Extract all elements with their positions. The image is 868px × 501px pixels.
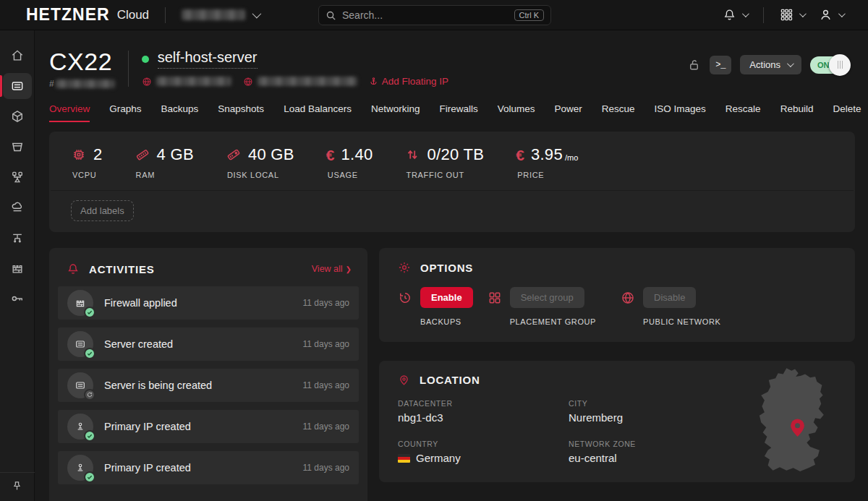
labels-row: Add labels [49, 191, 855, 232]
primary-ip-icon [75, 462, 86, 474]
placement-group-icon [488, 291, 502, 305]
grid-icon [780, 8, 793, 22]
enable-backups-button[interactable]: Enable [420, 287, 473, 308]
add-floating-ip-label: Add Floating IP [382, 76, 448, 87]
traffic-arrows-icon [404, 147, 420, 163]
view-all-link[interactable]: View all ❯ [312, 264, 352, 274]
stat-label: PRICE [517, 171, 578, 179]
location-pin-icon [398, 374, 410, 386]
floating-ip-cloud-icon [10, 200, 25, 215]
search-shortcut-badge: Ctrl K [514, 9, 545, 21]
search-input[interactable] [342, 9, 514, 21]
sidebar-item-servers[interactable] [0, 71, 35, 101]
tab-power[interactable]: Power [555, 103, 582, 122]
server-icon [75, 338, 86, 350]
tab-rescue[interactable]: Rescue [602, 103, 635, 122]
activities-list: Firewall applied 11 days ago Server crea… [58, 286, 359, 484]
unlock-button[interactable] [687, 58, 701, 72]
activity-row[interactable]: Server is being created 11 days ago [58, 369, 359, 402]
tab-rebuild[interactable]: Rebuild [780, 103, 814, 122]
sidebar-item-firewalls[interactable] [0, 253, 35, 283]
add-labels-button[interactable]: Add labels [71, 200, 134, 221]
location-title: LOCATION [420, 374, 480, 386]
sidebar-item-networks[interactable] [0, 223, 35, 253]
global-search[interactable]: Ctrl K [318, 5, 551, 25]
cpu-icon [71, 147, 87, 163]
tab-rescale[interactable]: Rescale [726, 103, 761, 122]
activity-row[interactable]: Server created 11 days ago [58, 327, 359, 361]
sidebar-item-security-keys[interactable] [0, 283, 35, 314]
divider [763, 7, 764, 23]
account-menu[interactable] [813, 5, 849, 25]
field-value: Germany [416, 452, 461, 464]
activity-title: Firewall applied [104, 297, 177, 309]
option-label: BACKUPS [420, 317, 473, 326]
tab-graphs[interactable]: Graphs [109, 103, 141, 122]
stat-ram: 4 GB RAM [135, 145, 194, 179]
select-placement-group-button[interactable]: Select group [510, 287, 584, 308]
stat-disk: 40 GB DISK LOCAL [226, 145, 294, 179]
tab-networking[interactable]: Networking [371, 103, 420, 122]
sidebar-item-load-balancers[interactable] [0, 162, 35, 192]
chevron-down-icon [838, 10, 846, 17]
activity-row[interactable]: Primary IP created 11 days ago [58, 451, 359, 484]
disk-icon [226, 147, 242, 163]
success-check-badge [84, 430, 95, 442]
activity-title: Primary IP created [104, 462, 191, 474]
activity-row[interactable]: Primary IP created 11 days ago [58, 410, 359, 443]
option-backups: Enable BACKUPS [398, 287, 473, 326]
activity-title: Primary IP created [104, 421, 191, 432]
ipv4-address[interactable] [142, 77, 231, 87]
divider [128, 51, 129, 87]
view-all-label: View all [312, 264, 343, 274]
globe-icon [142, 77, 152, 87]
ipv6-address[interactable] [243, 77, 357, 87]
stat-label: VCPU [72, 171, 103, 179]
activity-time: 11 days ago [303, 339, 350, 349]
actions-dropdown[interactable]: Actions [740, 55, 801, 74]
disable-public-network-button[interactable]: Disable [643, 287, 696, 308]
option-label: PLACEMENT GROUP [510, 317, 596, 326]
tab-volumes[interactable]: Volumes [498, 103, 535, 122]
tab-iso-images[interactable]: ISO Images [655, 103, 706, 122]
tab-overview[interactable]: Overview [49, 103, 90, 122]
tab-load-balancers[interactable]: Load Balancers [284, 103, 352, 122]
notifications-menu[interactable] [717, 5, 753, 25]
sidebar-item-images[interactable] [0, 101, 35, 132]
power-toggle[interactable]: ON [810, 56, 848, 74]
server-type: CX22 [49, 49, 115, 74]
topbar-actions [717, 5, 849, 25]
option-label: PUBLIC NETWORK [643, 317, 720, 326]
stat-label: RAM [136, 171, 194, 179]
stat-value: 4 GB [157, 145, 194, 164]
firewall-icon [10, 261, 25, 275]
backup-history-icon [398, 291, 412, 305]
sidebar-item-storage[interactable] [0, 132, 35, 162]
tab-backups[interactable]: Backups [161, 103, 199, 122]
sidebar-item-home[interactable] [0, 40, 35, 71]
activity-avatar [67, 290, 93, 316]
server-name-editable[interactable]: self-host-server [158, 49, 258, 69]
firewall-icon [75, 297, 86, 309]
add-floating-ip-link[interactable]: Add Floating IP [369, 76, 448, 87]
cube-icon [10, 109, 25, 124]
sidebar-pin-area[interactable] [0, 472, 35, 501]
tab-snapshots[interactable]: Snapshots [218, 103, 264, 122]
server-id: # [49, 79, 115, 89]
field-value: nbg1-dc3 [398, 411, 569, 424]
stats-row: 2 VCPU 4 GB RAM 40 GB DISK LO [49, 132, 855, 190]
cloud-label: Cloud [117, 8, 149, 22]
apps-menu[interactable] [774, 5, 810, 25]
console-button[interactable]: >_ [710, 56, 731, 74]
tab-firewalls[interactable]: Firewalls [439, 103, 477, 122]
tab-delete[interactable]: Delete [833, 103, 861, 122]
hetzner-logo[interactable]: HETZNER [26, 5, 110, 25]
option-public-network: Disable PUBLIC NETWORK [621, 287, 720, 326]
stat-price: € 3.95 /mo PRICE [516, 145, 578, 179]
sidebar-item-floating-ips[interactable] [0, 192, 35, 223]
chevron-down-icon [742, 10, 749, 17]
activity-row[interactable]: Firewall applied 11 days ago [58, 286, 359, 320]
options-panel: OPTIONS Enable BACKUPS [379, 248, 855, 342]
toggle-handle[interactable] [829, 54, 851, 76]
project-selector[interactable] [182, 9, 259, 20]
